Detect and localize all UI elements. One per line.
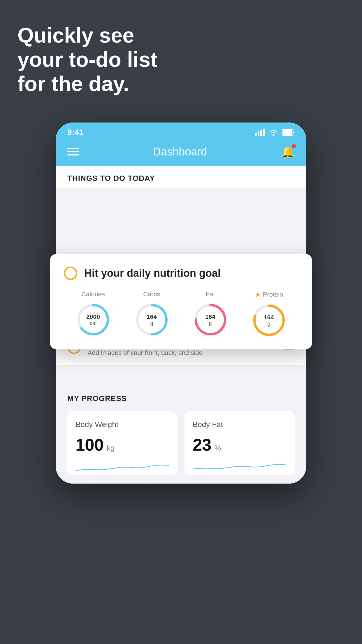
body-fat-title: Body Fat <box>193 420 287 429</box>
nutrition-radio[interactable] <box>64 267 77 280</box>
svg-rect-0 <box>255 133 257 136</box>
svg-rect-7 <box>293 131 294 134</box>
body-weight-number: 100 <box>75 435 104 454</box>
signal-icon <box>255 129 265 136</box>
carbs-label: Carbs <box>143 290 160 298</box>
carbs-value: 164 g <box>147 313 157 327</box>
carbs-ring: 164 g <box>134 302 169 337</box>
bell-icon[interactable]: 🔔 <box>281 145 295 158</box>
svg-point-4 <box>273 134 274 136</box>
progress-cards: Body Weight 100 kg Body Fat 23 % <box>67 411 295 475</box>
headline-line2: your to-do list <box>17 48 157 72</box>
notification-dot <box>292 144 296 148</box>
todo-sub-photos: Add images of your front, back, and side <box>88 349 284 357</box>
protein-star: ★ <box>255 290 261 299</box>
nav-bar: Dashboard 🔔 <box>56 140 306 166</box>
body-fat-card[interactable]: Body Fat 23 % <box>184 411 295 475</box>
card-title-row: Hit your daily nutrition goal <box>64 267 298 280</box>
calories-ring: 2000 cal <box>76 302 111 337</box>
fat-ring: 164 g <box>193 302 228 337</box>
status-time: 9:41 <box>67 128 84 137</box>
body-weight-chart <box>75 460 169 475</box>
calories-value: 2000 cal <box>86 313 100 327</box>
wifi-icon <box>268 129 278 136</box>
body-weight-value: 100 kg <box>75 435 169 454</box>
body-weight-card[interactable]: Body Weight 100 kg <box>67 411 178 475</box>
protein-value: 164 g <box>264 314 274 327</box>
calories-label: Calories <box>81 290 105 298</box>
nav-title: Dashboard <box>153 146 207 158</box>
body-weight-unit: kg <box>107 444 115 453</box>
protein-label: ★ Protein <box>255 290 283 299</box>
svg-rect-3 <box>263 129 265 136</box>
nutrition-card: Hit your daily nutrition goal Calories 2… <box>50 254 312 349</box>
svg-rect-6 <box>282 130 292 135</box>
nutrition-carbs: Carbs 164 g <box>134 290 169 338</box>
status-icons <box>255 129 295 136</box>
body-fat-value: 23 % <box>193 435 287 454</box>
hamburger-menu[interactable] <box>67 148 79 155</box>
fat-value: 164 g <box>205 313 215 327</box>
nutrition-circles: Calories 2000 cal Carbs <box>64 290 298 338</box>
things-to-do-header: THINGS TO DO TODAY <box>56 166 306 188</box>
body-fat-number: 23 <box>193 435 212 454</box>
progress-section: MY PROGRESS Body Weight 100 kg Body Fat … <box>56 382 306 484</box>
protein-ring: 164 g <box>252 303 287 338</box>
nutrition-protein: ★ Protein 164 g <box>252 290 287 338</box>
nutrition-card-title: Hit your daily nutrition goal <box>84 267 221 279</box>
body-fat-chart <box>193 460 287 475</box>
headline-line3: for the day. <box>17 72 157 96</box>
svg-rect-1 <box>258 131 259 136</box>
headline: Quickly see your to-do list for the day. <box>17 23 157 96</box>
nutrition-fat: Fat 164 g <box>193 290 228 338</box>
nutrition-calories: Calories 2000 cal <box>76 290 111 338</box>
svg-rect-2 <box>260 130 262 136</box>
body-fat-unit: % <box>215 444 221 453</box>
body-weight-title: Body Weight <box>75 420 169 429</box>
progress-header: MY PROGRESS <box>67 394 295 403</box>
fat-label: Fat <box>206 290 215 298</box>
headline-line1: Quickly see <box>17 23 157 48</box>
spacer <box>56 365 306 382</box>
status-bar: 9:41 <box>56 123 306 140</box>
battery-icon <box>282 129 295 136</box>
